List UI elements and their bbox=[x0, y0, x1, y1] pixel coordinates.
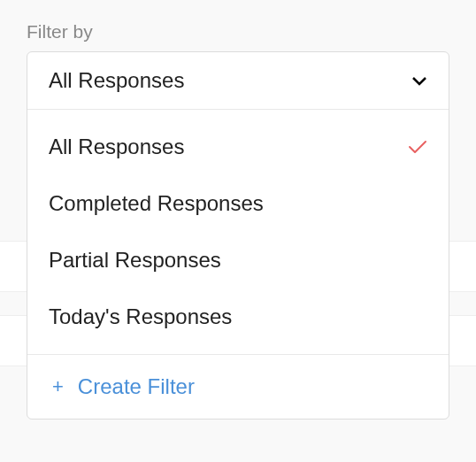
plus-icon: + bbox=[52, 377, 64, 397]
check-icon bbox=[408, 139, 427, 155]
filter-option-label: Today's Responses bbox=[49, 304, 232, 329]
chevron-down-icon bbox=[411, 75, 427, 86]
filter-option-label: Completed Responses bbox=[49, 191, 264, 216]
create-filter-button[interactable]: + Create Filter bbox=[27, 354, 449, 419]
filter-option-completed-responses[interactable]: Completed Responses bbox=[27, 175, 449, 232]
filter-option-all-responses[interactable]: All Responses bbox=[27, 119, 449, 175]
filter-option-todays-responses[interactable]: Today's Responses bbox=[27, 289, 449, 345]
filter-by-label: Filter by bbox=[27, 21, 449, 42]
filter-option-label: All Responses bbox=[49, 135, 184, 159]
filter-selected-value: All Responses bbox=[49, 68, 184, 93]
filter-option-partial-responses[interactable]: Partial Responses bbox=[27, 232, 449, 289]
filter-options-list: All Responses Completed Responses Partia… bbox=[27, 110, 449, 419]
filter-dropdown: All Responses All Responses Completed Re… bbox=[27, 51, 449, 420]
create-filter-label: Create Filter bbox=[78, 374, 195, 399]
filter-option-label: Partial Responses bbox=[49, 248, 221, 273]
filter-dropdown-toggle[interactable]: All Responses bbox=[27, 52, 449, 110]
